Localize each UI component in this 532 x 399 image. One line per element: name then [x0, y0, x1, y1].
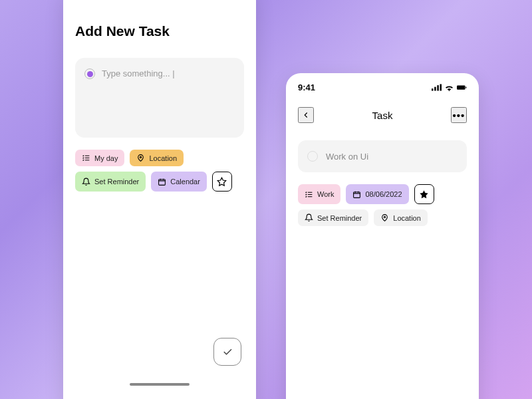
svg-rect-5: [440, 84, 442, 91]
svg-rect-8: [354, 192, 360, 198]
calendar-icon: [158, 178, 166, 186]
chip-row-2: Set Reminder Calendar: [75, 172, 244, 192]
svg-rect-4: [437, 85, 439, 90]
battery-icon: [457, 84, 467, 91]
chip-row-2b: Set Reminder Location: [298, 209, 467, 226]
back-button[interactable]: [298, 107, 314, 123]
nav-row: Task •••: [298, 107, 467, 123]
svg-rect-6: [457, 85, 466, 89]
more-icon: •••: [453, 110, 466, 121]
phone-task-detail: 9:41 Task ••• Work on Ui Work 08/06/2022: [286, 73, 479, 399]
svg-point-9: [384, 216, 386, 217]
star-button[interactable]: [212, 172, 232, 192]
radio-indicator-icon: [84, 68, 95, 79]
chip-row-1: My day Location: [75, 150, 244, 166]
reminder-chip-b[interactable]: Set Reminder: [298, 209, 368, 226]
svg-rect-2: [432, 88, 434, 90]
task-input-placeholder: Type something... |: [102, 68, 175, 78]
home-indicator: [130, 383, 190, 386]
bell-icon: [305, 213, 313, 222]
my-day-chip[interactable]: My day: [75, 150, 124, 166]
cellular-icon: [432, 84, 442, 91]
task-card[interactable]: Work on Ui: [298, 140, 467, 172]
chevron-left-icon: [301, 110, 311, 120]
list-check-icon: [305, 190, 313, 199]
list-check-icon: [82, 154, 90, 162]
chip-row-1b: Work 08/06/2022: [298, 184, 467, 204]
svg-rect-3: [434, 87, 436, 91]
phone-add-task: Add New Task Type something... | My day …: [63, 0, 256, 399]
location-chip-b[interactable]: Location: [374, 209, 428, 226]
wifi-icon: [444, 84, 454, 91]
reminder-chip[interactable]: Set Reminder: [75, 172, 146, 192]
check-icon: [221, 346, 233, 358]
star-filled-button[interactable]: [414, 184, 434, 204]
status-bar: 9:41: [298, 73, 467, 92]
more-button[interactable]: •••: [451, 107, 467, 123]
svg-point-0: [140, 156, 142, 158]
page-title: Add New Task: [75, 23, 244, 39]
confirm-button[interactable]: [213, 338, 241, 366]
svg-rect-1: [159, 179, 166, 185]
radio-empty-icon: [307, 151, 318, 162]
location-chip[interactable]: Location: [130, 150, 184, 166]
pin-icon: [380, 213, 389, 222]
task-text: Work on Ui: [326, 152, 368, 162]
svg-rect-7: [466, 86, 466, 88]
bell-icon: [82, 178, 90, 186]
date-chip[interactable]: 08/06/2022: [346, 184, 408, 204]
star-outline-icon: [217, 177, 227, 187]
task-input-card[interactable]: Type something... |: [75, 58, 244, 138]
star-filled-icon: [419, 190, 429, 200]
status-time: 9:41: [298, 82, 315, 92]
nav-title: Task: [372, 110, 393, 121]
work-chip[interactable]: Work: [298, 184, 340, 204]
calendar-icon: [352, 190, 361, 199]
pin-icon: [136, 154, 145, 162]
calendar-chip[interactable]: Calendar: [151, 172, 207, 192]
status-icons: [432, 84, 467, 91]
